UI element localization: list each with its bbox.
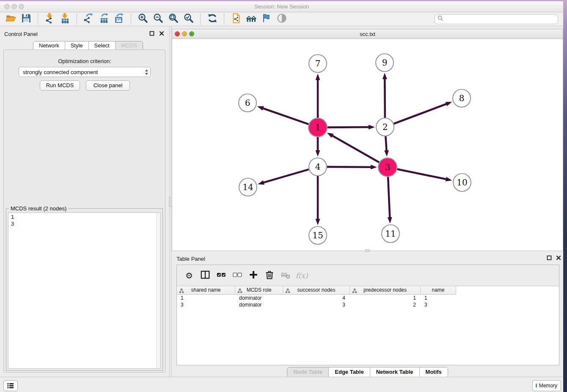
export-network-button[interactable] <box>81 13 96 25</box>
control-panel-close-button[interactable] <box>159 30 165 36</box>
zoom-out-button[interactable] <box>151 13 166 25</box>
memory-label: Memory <box>539 383 557 389</box>
graph-edge-4-3[interactable] <box>327 165 377 169</box>
task-list-icon <box>6 381 15 390</box>
tab-node-table[interactable]: Node Table <box>287 367 329 377</box>
cell-predecessor-nodes[interactable]: 1 <box>350 295 421 301</box>
dropdown-stepper-icon <box>143 69 150 75</box>
column-header-successor-nodes[interactable]: successor nodes <box>283 286 350 295</box>
node-label-11: 11 <box>385 229 396 239</box>
column-header-name[interactable]: name <box>421 286 456 295</box>
graph-edge-2-8[interactable] <box>394 102 452 124</box>
window-titlebar[interactable]: Session: New Session <box>0 1 563 12</box>
close-panel-button[interactable]: Close panel <box>86 80 130 91</box>
apply-layout-button[interactable] <box>205 13 220 25</box>
graph-edge-3-11[interactable] <box>388 177 392 224</box>
houses-icon <box>246 13 257 25</box>
export-image-button[interactable] <box>112 13 127 25</box>
tree-hierarchy-icon <box>285 288 290 293</box>
toggle-column-view-button[interactable] <box>199 269 212 282</box>
application-window: Session: New Session Control Panel Netwo… <box>0 1 563 392</box>
tab-motifs[interactable]: Motifs <box>420 367 448 377</box>
cell-MCDS-role[interactable]: dominator <box>235 301 283 308</box>
graph-edge-1-6[interactable] <box>257 106 309 124</box>
tab-network-table[interactable]: Network Table <box>370 367 420 377</box>
graph-node-7[interactable]: 7 <box>309 55 327 72</box>
search-input[interactable] <box>443 15 558 23</box>
node-label-2: 2 <box>383 122 388 132</box>
column-header-predecessor-nodes[interactable]: predecessor nodes <box>350 286 421 295</box>
search-icon <box>438 15 443 23</box>
zoom-fit-button[interactable] <box>166 13 181 25</box>
tab-edge-table[interactable]: Edge Table <box>329 367 370 377</box>
table-panel-close-button[interactable] <box>556 255 561 260</box>
import-table-button[interactable] <box>58 13 73 25</box>
search-box[interactable] <box>435 14 558 24</box>
run-mcds-button[interactable]: Run MCDS <box>40 80 80 91</box>
graph-edge-3-10[interactable] <box>397 169 452 182</box>
delete-table-button <box>279 269 292 282</box>
criterion-dropdown[interactable]: strongly connected component <box>19 67 151 77</box>
cell-shared-name[interactable]: 3 <box>177 301 235 308</box>
cell-name[interactable]: 3 <box>421 301 456 308</box>
table-panel: Table Panel ⚙f(x) shared nameMCDS rolesu… <box>172 254 563 378</box>
create-column-button[interactable] <box>247 269 260 282</box>
cell-MCDS-role[interactable]: dominator <box>235 295 283 301</box>
graph-node-9[interactable]: 9 <box>376 54 394 72</box>
open-session-button[interactable] <box>3 13 19 25</box>
control-panel-float-button[interactable] <box>149 30 155 36</box>
graph-edge-4-14[interactable] <box>258 169 309 185</box>
deselect-all-columns-button[interactable] <box>231 269 244 282</box>
zoom-selected-button[interactable] <box>181 13 196 25</box>
graph-node-2[interactable]: 2 <box>376 118 394 136</box>
graph-node-1[interactable]: 1 <box>308 118 327 137</box>
table-panel-float-button[interactable] <box>546 255 552 260</box>
task-history-button[interactable] <box>3 380 18 391</box>
vizmapper-button[interactable] <box>259 13 274 25</box>
memory-button[interactable]: Memory <box>532 380 561 391</box>
cell-name[interactable]: 1 <box>421 295 456 301</box>
export-table-button[interactable] <box>96 13 112 25</box>
import-network-button[interactable] <box>42 13 58 25</box>
network-canvas[interactable]: 7968124314101511 <box>172 39 563 251</box>
graph-edge-1-2[interactable] <box>328 125 375 130</box>
zoom-in-button[interactable] <box>135 13 151 25</box>
table-settings-button[interactable]: ⚙ <box>183 269 195 282</box>
graph-node-3[interactable]: 3 <box>378 158 397 177</box>
select-all-columns-button[interactable] <box>215 269 228 282</box>
save-icon <box>21 13 32 25</box>
graph-node-14[interactable]: 14 <box>239 178 257 196</box>
new-network-from-selection-button[interactable] <box>228 13 244 25</box>
graph-edge-1-7[interactable] <box>316 74 320 118</box>
first-neighbors-button[interactable] <box>244 13 259 25</box>
delete-column-button[interactable] <box>263 269 276 282</box>
result-scrollbar[interactable] <box>156 213 160 368</box>
table-panel-title: Table Panel <box>176 256 205 262</box>
graph-node-6[interactable]: 6 <box>239 94 256 112</box>
mcds-result-textarea[interactable]: 1 3 <box>8 213 161 369</box>
cell-successor-nodes[interactable]: 3 <box>283 301 350 308</box>
float-window-icon <box>547 255 552 260</box>
graph-edge-1-4[interactable] <box>316 137 320 157</box>
column-header-MCDS-role[interactable]: MCDS role <box>235 286 283 295</box>
cell-shared-name[interactable]: 1 <box>177 295 235 301</box>
graph-edge-4-15[interactable] <box>316 176 320 225</box>
save-session-button[interactable] <box>19 13 34 25</box>
window-title: Session: New Session <box>0 1 563 12</box>
graph-edge-2-9[interactable] <box>383 73 387 118</box>
graph-edge-3-1[interactable] <box>327 133 379 162</box>
main-toolbar <box>0 12 563 26</box>
cell-successor-nodes[interactable]: 4 <box>283 295 350 301</box>
column-header-shared-name[interactable]: shared name <box>177 286 235 295</box>
toolbar-separator <box>77 14 77 25</box>
graph-edge-2-3[interactable] <box>384 136 389 157</box>
graph-node-8[interactable]: 8 <box>453 89 471 107</box>
horizontal-splitter-handle[interactable] <box>365 249 370 252</box>
graph-node-15[interactable]: 15 <box>309 226 327 244</box>
graph-node-4[interactable]: 4 <box>309 158 327 176</box>
zoom-selected-icon <box>183 13 194 25</box>
network-window-titlebar[interactable]: x-+ scc.txt <box>172 29 563 39</box>
cell-predecessor-nodes[interactable]: 2 <box>350 301 421 308</box>
graph-node-10[interactable]: 10 <box>453 174 471 191</box>
graph-node-11[interactable]: 11 <box>382 225 399 243</box>
